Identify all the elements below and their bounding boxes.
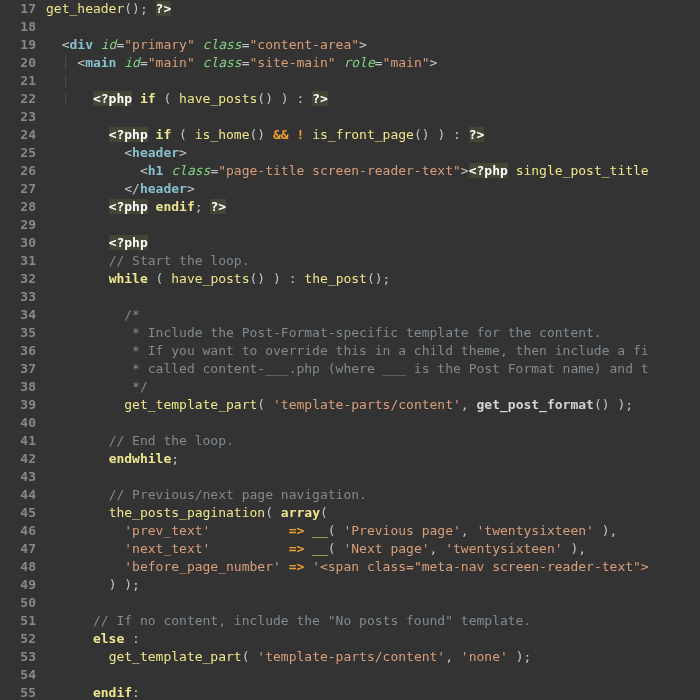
line-number: 26 [8,162,36,180]
token-comment: /* [124,307,140,322]
token-string: 'Next page' [343,541,429,556]
token-comment: * If you want to override this in a chil… [132,343,649,358]
line-number: 42 [8,450,36,468]
code-line[interactable]: </header> [46,180,700,198]
code-line[interactable] [46,594,700,612]
line-number: 41 [8,432,36,450]
token-punct: ); [508,649,531,664]
code-line[interactable]: // Previous/next page navigation. [46,486,700,504]
token-attr: class [203,55,242,70]
token-tag: div [69,37,92,52]
code-editor[interactable]: 1718192021222324252627282930313233343536… [0,0,700,700]
code-area[interactable]: get_header(); ?> <div id="primary" class… [46,0,700,700]
code-line[interactable] [46,468,700,486]
line-number: 28 [8,198,36,216]
code-line[interactable]: // End the loop. [46,432,700,450]
code-line[interactable]: <?php endif; ?> [46,198,700,216]
token-keyword: endwhile [109,451,172,466]
code-line[interactable]: <?php [46,234,700,252]
line-number: 45 [8,504,36,522]
token-tag: main [85,55,116,70]
code-line[interactable]: get_template_part( 'template-parts/conte… [46,648,700,666]
token-string: "page-title screen-reader-text" [218,163,461,178]
indent-guide [46,649,109,664]
code-line[interactable]: endwhile; [46,450,700,468]
line-number: 50 [8,594,36,612]
line-number: 33 [8,288,36,306]
token-func: the_post [304,271,367,286]
code-line[interactable]: | <main id="main" class="site-main" role… [46,54,700,72]
indent-guide [46,199,109,214]
indent-guide [46,343,132,358]
token-hl: ?> [312,91,328,106]
line-number: 34 [8,306,36,324]
token-punct: = [242,37,250,52]
token-string: "main" [148,55,195,70]
code-line[interactable]: // Start the loop. [46,252,700,270]
token-punct: () [250,127,273,142]
code-line[interactable]: endif: [46,684,700,700]
line-number: 17 [8,0,36,18]
code-line[interactable]: */ [46,378,700,396]
indent-guide [46,361,132,376]
indent-guide [46,271,109,286]
code-line[interactable]: get_header(); ?> [46,0,700,18]
code-line[interactable] [46,108,700,126]
code-line[interactable]: | <?php if ( have_posts() ) : ?> [46,90,700,108]
token-punct [508,163,516,178]
token-punct: ( [320,505,328,520]
code-line[interactable]: /* [46,306,700,324]
code-line[interactable]: <div id="primary" class="content-area"> [46,36,700,54]
token-punct: : [124,631,140,646]
token-string: 'twentysixteen' [445,541,562,556]
token-func: __ [312,523,328,538]
line-number-gutter: 1718192021222324252627282930313233343536… [0,0,46,700]
code-line[interactable]: | [46,72,700,90]
code-line[interactable]: * called content-___.php (where ___ is t… [46,360,700,378]
code-line[interactable]: while ( have_posts() ) : the_post(); [46,270,700,288]
code-line[interactable]: <header> [46,144,700,162]
code-line[interactable]: 'prev_text' => __( 'Previous page', 'twe… [46,522,700,540]
line-number: 31 [8,252,36,270]
token-punct: < [124,145,132,160]
line-number: 19 [8,36,36,54]
line-number: 49 [8,576,36,594]
code-line[interactable] [46,666,700,684]
code-line[interactable] [46,414,700,432]
token-punct [93,37,101,52]
code-line[interactable] [46,18,700,36]
token-string: "main" [383,55,430,70]
token-punct [281,559,289,574]
token-tag: header [132,145,179,160]
line-number: 46 [8,522,36,540]
indent-guide [46,397,124,412]
code-line[interactable]: get_template_part( 'template-parts/conte… [46,396,700,414]
code-line[interactable]: * If you want to override this in a chil… [46,342,700,360]
code-line[interactable]: * Include the Post-Format-specific templ… [46,324,700,342]
line-number: 21 [8,72,36,90]
token-keyword: if [156,127,172,142]
token-punct: = [375,55,383,70]
token-punct: ( [148,271,171,286]
code-line[interactable]: // If no content, include the "No posts … [46,612,700,630]
indent-guide [46,163,140,178]
code-line[interactable]: ) ); [46,576,700,594]
line-number: 44 [8,486,36,504]
code-line[interactable]: 'before_page_number' => '<span class="me… [46,558,700,576]
code-line[interactable] [46,216,700,234]
token-punct: (); [124,1,155,16]
token-punct [304,559,312,574]
token-punct: ), [563,541,586,556]
line-number: 27 [8,180,36,198]
line-number: 52 [8,630,36,648]
code-line[interactable]: 'next_text' => __( 'Next page', 'twentys… [46,540,700,558]
token-attr: role [343,55,374,70]
code-line[interactable]: else : [46,630,700,648]
code-line[interactable]: <h1 class="page-title screen-reader-text… [46,162,700,180]
line-number: 54 [8,666,36,684]
indent-guide [46,631,93,646]
token-punct: , [430,541,446,556]
code-line[interactable]: the_posts_pagination( array( [46,504,700,522]
code-line[interactable]: <?php if ( is_home() && ! is_front_page(… [46,126,700,144]
code-line[interactable] [46,288,700,306]
